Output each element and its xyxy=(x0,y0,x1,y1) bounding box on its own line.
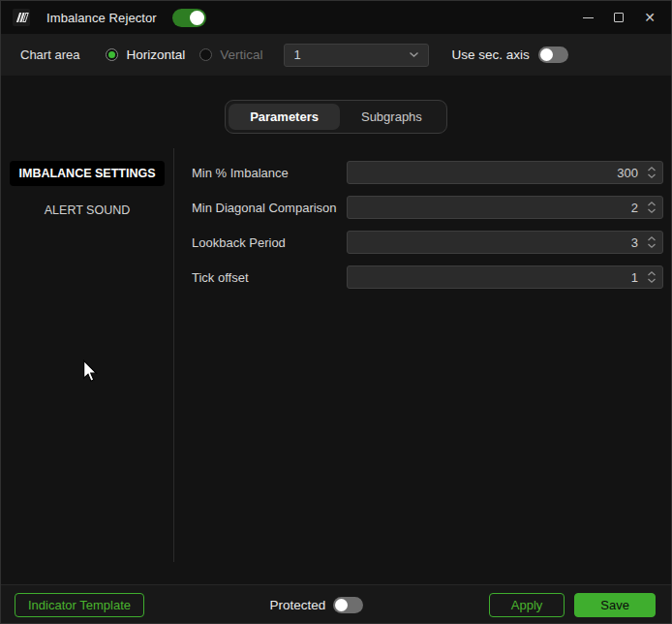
form-row-lookback-period: Lookback Period xyxy=(192,231,663,254)
tick-offset-input[interactable] xyxy=(355,270,647,285)
window-title: Imbalance Rejector xyxy=(46,11,157,25)
radio-vertical[interactable]: Vertical xyxy=(199,47,262,62)
maximize-button[interactable] xyxy=(603,1,634,34)
min-diagonal-comparison-spinbox xyxy=(347,196,663,219)
field-label: Min % Imbalance xyxy=(192,166,347,180)
close-icon: ✕ xyxy=(644,11,656,24)
form-row-min-pct-imbalance: Min % Imbalance xyxy=(192,161,663,184)
protected-label: Protected xyxy=(270,598,326,612)
app-logo-icon xyxy=(13,9,30,26)
toggle-knob xyxy=(190,11,204,25)
sec-axis-label: Use sec. axis xyxy=(451,47,529,62)
sec-axis-group: Use sec. axis xyxy=(451,47,567,63)
orientation-radio-group: Horizontal Vertical xyxy=(106,47,262,62)
radio-vertical-circle xyxy=(199,48,212,61)
settings-body: IMBALANCE SETTINGS ALERT SOUND Min % Imb… xyxy=(1,148,671,562)
settings-sidebar: IMBALANCE SETTINGS ALERT SOUND xyxy=(1,148,174,562)
min-pct-imbalance-spinbox xyxy=(347,161,663,184)
sidebar-item-imbalance-settings[interactable]: IMBALANCE SETTINGS xyxy=(10,161,166,186)
maximize-icon xyxy=(614,13,624,22)
minimize-button[interactable] xyxy=(572,1,603,34)
form-row-tick-offset: Tick offset xyxy=(192,265,663,289)
min-diagonal-comparison-input[interactable] xyxy=(355,201,647,215)
apply-button[interactable]: Apply xyxy=(489,593,565,617)
lookback-period-spinbox xyxy=(347,231,663,254)
content-area: Parameters Subgraphs IMBALANCE SETTINGS … xyxy=(1,76,671,584)
spinner-up-down-icon[interactable] xyxy=(647,235,657,249)
save-button[interactable]: Save xyxy=(574,593,656,617)
title-bar: Imbalance Rejector ✕ xyxy=(1,1,671,34)
tab-subgraphs[interactable]: Subgraphs xyxy=(340,104,443,130)
parameters-form: Min % Imbalance Min Diagonal Comparison xyxy=(174,148,671,562)
spinner-up-down-icon[interactable] xyxy=(647,201,657,214)
protected-group: Protected xyxy=(144,597,489,613)
chart-area-strip: Chart area Horizontal Vertical 1 Use sec… xyxy=(1,34,671,76)
chart-area-dropdown-value: 1 xyxy=(293,47,409,62)
toggle-knob xyxy=(540,48,553,61)
form-row-min-diagonal-comparison: Min Diagonal Comparison xyxy=(192,196,663,219)
tab-container: Parameters Subgraphs xyxy=(225,100,447,134)
spinner-up-down-icon[interactable] xyxy=(647,166,657,179)
field-label: Lookback Period xyxy=(192,235,347,250)
toggle-knob xyxy=(335,599,348,611)
minimize-icon xyxy=(583,17,594,18)
field-label: Min Diagonal Comparison xyxy=(192,201,347,215)
chevron-down-icon xyxy=(409,51,419,58)
protected-toggle[interactable] xyxy=(333,597,363,613)
chart-area-dropdown[interactable]: 1 xyxy=(284,44,429,67)
radio-vertical-label: Vertical xyxy=(220,47,262,62)
sec-axis-toggle[interactable] xyxy=(538,47,568,63)
field-label: Tick offset xyxy=(192,270,347,285)
radio-horizontal-label: Horizontal xyxy=(126,47,185,62)
footer-bar: Indicator Template Protected Apply Save xyxy=(1,584,671,624)
tabs-row: Parameters Subgraphs xyxy=(1,76,671,134)
indicator-template-button[interactable]: Indicator Template xyxy=(15,593,144,617)
sidebar-item-alert-sound[interactable]: ALERT SOUND xyxy=(35,198,139,223)
min-pct-imbalance-input[interactable] xyxy=(355,166,647,180)
close-button[interactable]: ✕ xyxy=(634,1,665,34)
chart-area-label: Chart area xyxy=(20,47,79,62)
spinner-up-down-icon[interactable] xyxy=(647,270,657,284)
indicator-enabled-toggle[interactable] xyxy=(172,9,206,27)
radio-dot xyxy=(108,51,115,58)
indicator-settings-window: Imbalance Rejector ✕ Chart area Horizont… xyxy=(0,0,672,624)
lookback-period-input[interactable] xyxy=(355,235,647,250)
radio-horizontal-circle xyxy=(106,48,118,61)
radio-horizontal[interactable]: Horizontal xyxy=(106,47,185,62)
tab-parameters[interactable]: Parameters xyxy=(229,104,340,130)
tick-offset-spinbox xyxy=(347,265,663,289)
